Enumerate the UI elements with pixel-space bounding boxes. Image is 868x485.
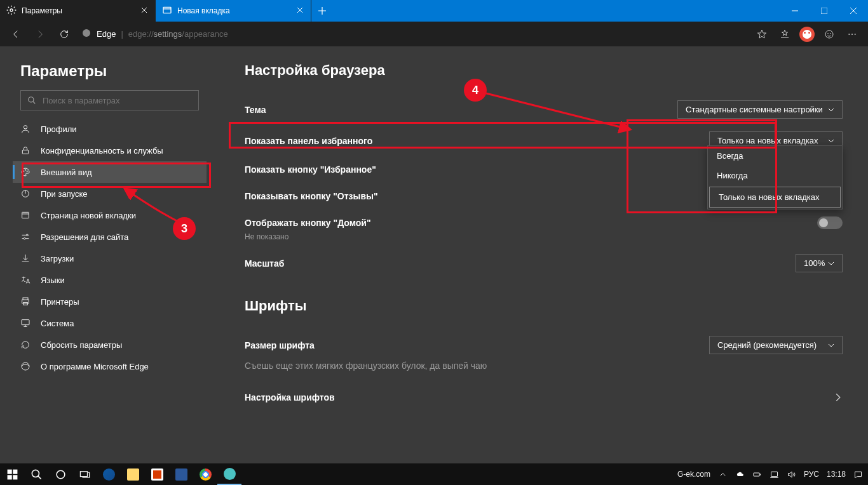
settings-search[interactable]: [20, 90, 199, 110]
svg-point-11: [24, 126, 27, 129]
taskbar-explorer[interactable]: [121, 463, 145, 485]
taskbar-taskview[interactable]: [72, 463, 97, 485]
theme-dropdown[interactable]: Стандартные системные настройки: [677, 100, 843, 119]
zoom-row: Масштаб 100%: [245, 248, 843, 279]
window-controls: [780, 0, 868, 22]
tab-settings[interactable]: Параметры: [0, 0, 156, 22]
profile-avatar[interactable]: [799, 27, 815, 42]
sidebar-item-profiles[interactable]: Профили: [13, 118, 207, 140]
home-btn-toggle[interactable]: [817, 216, 843, 229]
font-custom-row[interactable]: Настройка шрифтов: [245, 384, 843, 411]
svg-point-29: [32, 470, 39, 477]
svg-rect-32: [754, 473, 759, 476]
taskbar-word[interactable]: [169, 463, 193, 485]
network-icon[interactable]: [770, 470, 779, 479]
theme-label: Тема: [245, 105, 266, 115]
favorites-list-button[interactable]: [774, 23, 796, 45]
taskbar-edge-legacy[interactable]: [97, 463, 121, 485]
svg-point-3: [83, 29, 90, 37]
chevron-down-icon: [828, 138, 834, 144]
refresh-button[interactable]: [53, 23, 75, 45]
svg-point-10: [29, 97, 34, 102]
volume-icon[interactable]: [787, 470, 796, 479]
svg-point-8: [851, 34, 853, 35]
home-btn-label: Отображать кнопку "Домой": [245, 218, 371, 228]
tray-lang[interactable]: РУС: [804, 470, 819, 479]
svg-rect-33: [771, 472, 777, 477]
close-button[interactable]: [839, 0, 868, 22]
close-icon[interactable]: [295, 5, 304, 17]
search-icon: [31, 468, 43, 481]
sidebar-item-downloads[interactable]: Загрузки: [13, 248, 207, 269]
new-tab-button[interactable]: [311, 0, 333, 22]
tray-site: G-ek.com: [677, 470, 710, 479]
minimize-button[interactable]: [780, 0, 810, 22]
forward-button[interactable]: [29, 23, 51, 45]
settings-sidebar: Параметры Профили Конфиденциальность и с…: [0, 47, 219, 463]
menu-button[interactable]: [841, 23, 863, 45]
notifications-icon[interactable]: [853, 470, 863, 479]
home-btn-sub: Не показано: [245, 232, 843, 241]
circle-icon: [55, 468, 67, 481]
tab-newtab[interactable]: Новая вкладка: [156, 0, 311, 22]
back-button[interactable]: [5, 23, 27, 45]
sidebar-item-appearance[interactable]: Внешний вид: [13, 161, 207, 183]
printer-icon: [20, 296, 31, 307]
sidebar-item-reset[interactable]: Сбросить параметры: [13, 334, 207, 355]
taskbar-search[interactable]: [24, 463, 48, 485]
svg-point-14: [25, 169, 25, 170]
address-separator: |: [121, 29, 123, 39]
palette-icon: [20, 167, 31, 177]
svg-rect-25: [7, 469, 11, 474]
tray-time[interactable]: 13:18: [827, 470, 846, 479]
sidebar-item-startup[interactable]: При запуске: [13, 183, 207, 204]
sidebar-item-privacy[interactable]: Конфиденциальность и службы: [13, 140, 207, 161]
svg-rect-1: [163, 7, 171, 13]
fav-panel-option-always[interactable]: Всегда: [708, 146, 842, 166]
address-url: edge://settings/appearance: [128, 29, 228, 39]
taskbar-store[interactable]: [145, 463, 169, 485]
sidebar-item-languages[interactable]: Языки: [13, 269, 207, 291]
folder-icon: [127, 468, 139, 481]
favorite-button[interactable]: [751, 23, 773, 45]
svg-rect-26: [13, 469, 17, 474]
taskbar-chrome[interactable]: [193, 463, 217, 485]
zoom-label: Масштаб: [245, 258, 284, 269]
feedback-button[interactable]: [818, 23, 840, 45]
tab-title: Параметры: [22, 6, 62, 15]
sidebar-item-about[interactable]: О программе Microsoft Edge: [13, 355, 207, 377]
svg-point-9: [855, 34, 856, 35]
sidebar-item-system[interactable]: Система: [13, 312, 207, 334]
page-icon: [20, 210, 31, 220]
language-icon: [20, 275, 31, 285]
svg-rect-28: [13, 475, 17, 479]
svg-rect-12: [22, 150, 28, 154]
zoom-dropdown[interactable]: 100%: [796, 254, 843, 272]
battery-icon[interactable]: [752, 470, 762, 479]
taskbar-cortana[interactable]: [48, 463, 72, 485]
svg-point-30: [57, 470, 65, 479]
svg-rect-23: [22, 320, 29, 325]
fav-panel-option-newtabs[interactable]: Только на новых вкладках: [709, 187, 841, 208]
font-size-label: Размер шрифта: [245, 340, 315, 350]
word-icon: [175, 468, 187, 481]
fav-panel-option-never[interactable]: Никогда: [708, 166, 842, 185]
close-icon[interactable]: [140, 5, 149, 17]
sidebar-item-printers[interactable]: Принтеры: [13, 291, 207, 312]
search-input[interactable]: [43, 96, 192, 105]
chevron-up-icon[interactable]: [718, 470, 728, 479]
sliders-icon: [20, 232, 31, 242]
maximize-button[interactable]: [810, 0, 839, 22]
address-bar[interactable]: Edge | edge://settings/appearance: [81, 28, 745, 40]
svg-rect-27: [7, 475, 11, 479]
onedrive-icon[interactable]: [735, 470, 745, 479]
titlebar-drag[interactable]: [333, 0, 780, 22]
svg-point-6: [831, 33, 831, 34]
start-button[interactable]: [0, 463, 24, 485]
person-icon: [20, 124, 31, 134]
chrome-icon: [200, 468, 212, 481]
svg-point-13: [24, 171, 24, 171]
font-size-dropdown[interactable]: Средний (рекомендуется): [709, 336, 843, 354]
taskbar-edge[interactable]: [217, 463, 241, 485]
taskview-icon: [79, 468, 91, 481]
